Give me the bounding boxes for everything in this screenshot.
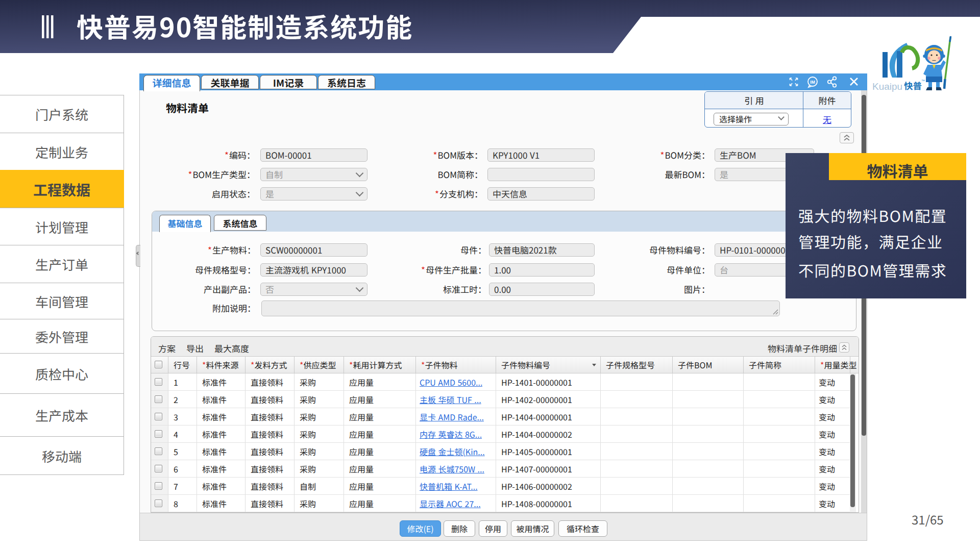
svg-text:IM: IM	[810, 80, 815, 85]
svg-text:快普: 快普	[904, 79, 922, 92]
svg-text:™: ™	[921, 78, 925, 83]
svg-text:Kuaipu: Kuaipu	[872, 81, 902, 92]
